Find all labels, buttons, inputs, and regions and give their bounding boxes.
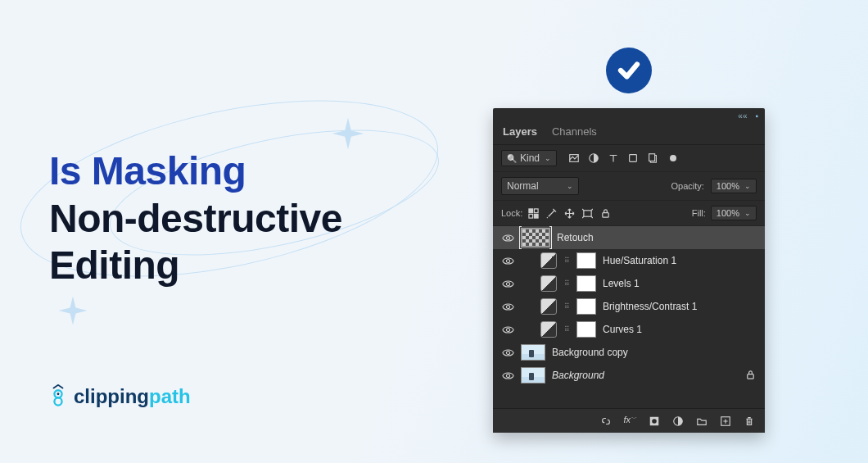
filter-pixel-icon[interactable] xyxy=(568,152,580,164)
layers-panel: «« ▪ Layers Channels Kind ⌄ Normal ⌄ Opa… xyxy=(493,108,765,433)
mask-link-icon[interactable]: ⠿ xyxy=(563,325,570,334)
layer-row[interactable]: ⠿Hue/Saturation 1 xyxy=(493,249,765,272)
svg-point-14 xyxy=(506,259,509,262)
svg-point-16 xyxy=(506,305,509,308)
lock-position-icon[interactable] xyxy=(563,207,575,219)
tab-channels[interactable]: Channels xyxy=(552,125,597,138)
headline-line-1: Is Masking xyxy=(49,148,342,195)
lock-icon[interactable] xyxy=(745,370,757,381)
layer-name[interactable]: Brightness/Contrast 1 xyxy=(603,301,697,312)
layer-mask-thumbnail[interactable] xyxy=(576,298,596,315)
delete-layer-icon[interactable] xyxy=(743,415,755,427)
brand-logo: clippingpath xyxy=(49,384,191,410)
svg-rect-20 xyxy=(748,374,753,379)
svg-point-1 xyxy=(54,397,61,405)
visibility-eye-icon[interactable] xyxy=(501,300,514,313)
panel-menu-icon[interactable]: «« xyxy=(738,111,747,120)
blend-mode-dropdown[interactable]: Normal ⌄ xyxy=(501,177,579,195)
filter-kind-label: Kind xyxy=(520,152,540,164)
filter-adjustment-icon[interactable] xyxy=(588,152,599,164)
sparkle-icon xyxy=(56,293,90,328)
logo-text-2: path xyxy=(149,385,191,407)
headline: Is Masking Non-destructive Editing xyxy=(49,148,342,289)
new-group-icon[interactable] xyxy=(695,415,708,427)
svg-point-15 xyxy=(506,282,509,285)
layer-row[interactable]: ⠿Curves 1 xyxy=(493,318,765,341)
layer-row[interactable]: Background xyxy=(493,364,765,387)
visibility-eye-icon[interactable] xyxy=(501,231,514,244)
svg-rect-11 xyxy=(584,210,591,216)
headline-line-2: Non-destructive xyxy=(49,195,342,243)
layer-mask-thumbnail[interactable] xyxy=(576,252,596,269)
chevron-down-icon: ⌄ xyxy=(744,182,751,190)
mask-link-icon[interactable]: ⠿ xyxy=(563,302,570,311)
layer-name[interactable]: Retouch xyxy=(557,232,594,243)
chevron-down-icon: ⌄ xyxy=(744,209,751,217)
layer-row[interactable]: Background copy xyxy=(493,341,765,364)
svg-point-18 xyxy=(506,351,509,354)
layer-fx-icon[interactable]: fx xyxy=(623,415,636,425)
filter-smartobject-icon[interactable] xyxy=(647,152,658,164)
opacity-value: 100% xyxy=(717,181,739,191)
new-layer-icon[interactable] xyxy=(719,415,731,427)
filter-kind-dropdown[interactable]: Kind ⌄ xyxy=(501,150,557,166)
adjustment-layer-icon[interactable] xyxy=(540,321,557,338)
fill-value: 100% xyxy=(717,208,739,218)
chevron-down-icon: ⌄ xyxy=(567,182,573,190)
lock-pixels-icon[interactable] xyxy=(545,207,557,219)
logo-text-1: clipping xyxy=(74,385,149,407)
svg-rect-8 xyxy=(534,208,538,212)
layer-mask-thumbnail[interactable] xyxy=(576,321,596,338)
layer-name[interactable]: Curves 1 xyxy=(603,324,642,335)
lock-artboard-icon[interactable] xyxy=(581,207,593,219)
svg-point-13 xyxy=(506,236,509,239)
svg-rect-7 xyxy=(529,208,533,212)
svg-point-19 xyxy=(506,374,509,377)
filter-type-icon[interactable] xyxy=(608,152,619,164)
filter-toggle-icon[interactable] xyxy=(670,155,676,161)
link-layers-icon[interactable] xyxy=(599,415,612,427)
layer-row[interactable]: ⠿Brightness/Contrast 1 xyxy=(493,295,765,318)
layer-thumbnail[interactable] xyxy=(521,228,550,247)
adjustment-layer-icon[interactable] xyxy=(540,252,557,269)
mask-link-icon[interactable]: ⠿ xyxy=(563,256,570,265)
svg-rect-12 xyxy=(603,212,608,217)
layer-name[interactable]: Levels 1 xyxy=(603,278,640,289)
add-adjustment-icon[interactable] xyxy=(671,415,684,427)
svg-point-22 xyxy=(652,419,657,424)
fill-label: Fill: xyxy=(692,208,706,218)
opacity-label: Opacity: xyxy=(671,181,704,191)
visibility-eye-icon[interactable] xyxy=(501,254,514,267)
visibility-eye-icon[interactable] xyxy=(501,369,514,382)
layer-row[interactable]: Retouch xyxy=(493,226,765,249)
adjustment-layer-icon[interactable] xyxy=(540,275,557,292)
logo-mark-icon xyxy=(49,384,67,410)
layer-row[interactable]: ⠿Levels 1 xyxy=(493,272,765,295)
blend-mode-value: Normal xyxy=(507,180,539,192)
adjustment-layer-icon[interactable] xyxy=(540,298,557,315)
add-mask-icon[interactable] xyxy=(648,415,660,427)
lock-label: Lock: xyxy=(501,208,522,218)
layer-thumbnail[interactable] xyxy=(521,367,545,384)
layer-name[interactable]: Hue/Saturation 1 xyxy=(603,255,676,266)
svg-rect-5 xyxy=(630,155,637,162)
filter-shape-icon[interactable] xyxy=(627,152,639,164)
lock-transparency-icon[interactable] xyxy=(527,207,539,219)
layer-name[interactable]: Background xyxy=(552,370,604,381)
layer-thumbnail[interactable] xyxy=(521,344,545,361)
panel-close-icon[interactable]: ▪ xyxy=(755,111,758,120)
lock-all-icon[interactable] xyxy=(599,207,611,219)
layer-mask-thumbnail[interactable] xyxy=(576,275,596,292)
opacity-input[interactable]: 100% ⌄ xyxy=(711,179,757,193)
fill-input[interactable]: 100% ⌄ xyxy=(711,206,757,220)
svg-point-17 xyxy=(506,328,509,331)
headline-line-3: Editing xyxy=(49,242,342,289)
chevron-down-icon: ⌄ xyxy=(545,154,551,162)
visibility-eye-icon[interactable] xyxy=(501,277,514,290)
layer-name[interactable]: Background copy xyxy=(552,347,628,358)
visibility-eye-icon[interactable] xyxy=(501,346,514,359)
checkmark-badge xyxy=(606,48,652,93)
tab-layers[interactable]: Layers xyxy=(503,125,537,138)
mask-link-icon[interactable]: ⠿ xyxy=(563,279,570,288)
visibility-eye-icon[interactable] xyxy=(501,323,514,336)
